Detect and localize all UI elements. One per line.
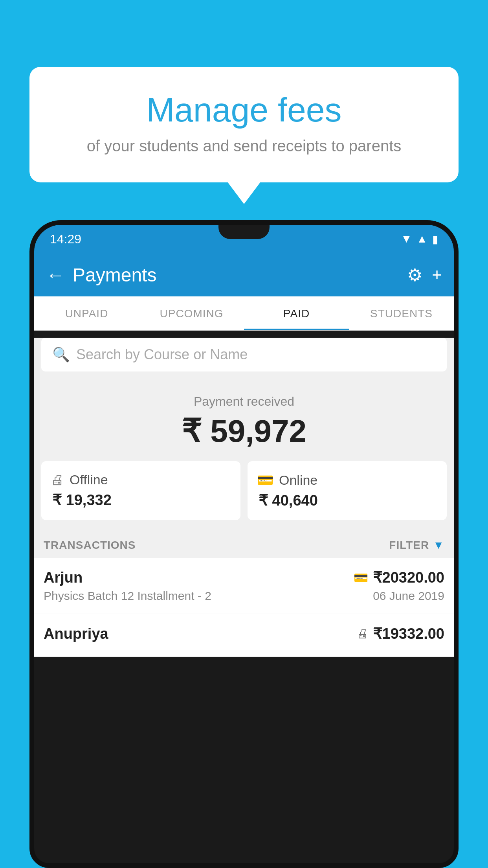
online-label: Online	[279, 473, 317, 488]
offline-amount: ₹ 19,332	[51, 491, 231, 509]
tab-upcoming[interactable]: UPCOMING	[139, 296, 244, 330]
search-icon: 🔍	[52, 346, 70, 363]
search-bar[interactable]: 🔍 Search by Course or Name	[41, 338, 447, 371]
page-title: Payments	[73, 264, 407, 286]
speech-bubble: Manage fees of your students and send re…	[29, 67, 459, 182]
online-transaction-icon: 💳	[354, 571, 368, 585]
offline-icon: 🖨	[51, 472, 64, 487]
tab-unpaid[interactable]: UNPAID	[34, 296, 139, 330]
filter-label: FILTER	[389, 539, 429, 552]
app-bar: ← Payments ⚙ +	[34, 253, 454, 296]
transaction-amount-anupriya: ₹19332.00	[373, 625, 445, 642]
transaction-bottom-arjun: Physics Batch 12 Installment - 2 06 June…	[44, 589, 444, 603]
add-icon[interactable]: +	[432, 265, 442, 285]
transaction-top-anupriya: Anupriya 🖨 ₹19332.00	[44, 625, 444, 642]
payment-received-section: Payment received ₹ 59,972	[34, 379, 454, 461]
table-row[interactable]: Anupriya 🖨 ₹19332.00	[34, 614, 454, 657]
online-amount: ₹ 40,640	[257, 492, 437, 509]
offline-card-top: 🖨 Offline	[51, 472, 231, 487]
tab-students[interactable]: STUDENTS	[349, 296, 454, 330]
transaction-amount-wrap-arjun: 💳 ₹20320.00	[354, 569, 445, 586]
app-bar-actions: ⚙ +	[407, 265, 442, 285]
transaction-desc-arjun: Physics Batch 12 Installment - 2	[44, 589, 211, 603]
bubble-title: Manage fees	[49, 90, 439, 129]
status-time: 14:29	[50, 232, 81, 246]
status-icons: ▼ ▲ ▮	[401, 233, 438, 246]
offline-transaction-icon: 🖨	[356, 627, 368, 640]
signal-icon: ▲	[416, 233, 427, 245]
content-area: 🔍 Search by Course or Name Payment recei…	[34, 338, 454, 657]
tab-paid[interactable]: PAID	[244, 296, 349, 330]
filter-button[interactable]: FILTER ▼	[389, 539, 444, 552]
search-placeholder: Search by Course or Name	[76, 346, 248, 363]
table-row[interactable]: Arjun 💳 ₹20320.00 Physics Batch 12 Insta…	[34, 558, 454, 614]
phone-frame: 14:29 ▼ ▲ ▮ ← Payments ⚙ + UNPAID UPCOMI…	[29, 220, 459, 868]
bubble-subtitle: of your students and send receipts to pa…	[49, 137, 439, 155]
wifi-icon: ▼	[401, 233, 412, 245]
transaction-amount-wrap-anupriya: 🖨 ₹19332.00	[356, 625, 445, 642]
transaction-amount-arjun: ₹20320.00	[373, 569, 445, 586]
online-icon: 💳	[257, 472, 273, 488]
transactions-header: TRANSACTIONS FILTER ▼	[34, 530, 454, 558]
transactions-label: TRANSACTIONS	[44, 539, 136, 552]
offline-label: Offline	[70, 472, 108, 487]
online-card: 💳 Online ₹ 40,640	[248, 461, 447, 520]
transaction-date-arjun: 06 June 2019	[373, 589, 444, 603]
transaction-top-arjun: Arjun 💳 ₹20320.00	[44, 569, 444, 586]
back-button[interactable]: ←	[46, 264, 65, 286]
payment-amount: ₹ 59,972	[42, 413, 446, 449]
payment-label: Payment received	[42, 394, 446, 409]
phone-notch	[218, 225, 270, 239]
online-card-top: 💳 Online	[257, 472, 437, 488]
offline-card: 🖨 Offline ₹ 19,332	[41, 461, 240, 520]
transaction-name-anupriya: Anupriya	[44, 625, 108, 642]
filter-icon: ▼	[433, 539, 444, 552]
tab-bar: UNPAID UPCOMING PAID STUDENTS	[34, 296, 454, 331]
payment-cards: 🖨 Offline ₹ 19,332 💳 Online ₹ 40,640	[34, 461, 454, 530]
battery-icon: ▮	[432, 233, 438, 246]
settings-icon[interactable]: ⚙	[407, 265, 422, 285]
transaction-name-arjun: Arjun	[44, 569, 83, 586]
